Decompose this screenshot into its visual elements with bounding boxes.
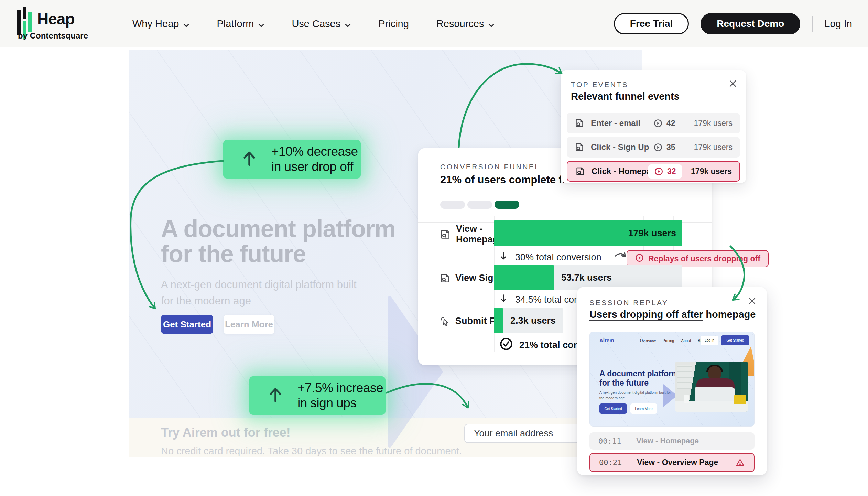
pageview-event-icon	[440, 273, 451, 284]
mini-nav-overview: Overview	[640, 338, 656, 343]
bar-value-label: 2.3k users	[510, 315, 556, 326]
photo-shelf	[677, 365, 692, 389]
mini-subtitle: A next-gen document digital platform bui…	[599, 390, 674, 401]
airem-headline-line1: A document platform	[161, 215, 395, 242]
pageview-event-icon	[574, 142, 585, 152]
mini-learn-more-cta: Learn More	[630, 403, 657, 414]
top-navbar: Heap by Contentsquare Why Heap Platform …	[0, 0, 868, 47]
chevron-down-icon	[183, 18, 189, 30]
event-users: 179k users	[694, 119, 733, 128]
drop-off-callout: +10% decrease in user drop off	[223, 140, 361, 179]
free-trial-button[interactable]: Free Trial	[614, 13, 689, 34]
pageview-event-icon	[440, 228, 451, 240]
mini-hero-buttons: Get Started Learn More	[599, 403, 657, 414]
funnel-bar-submit-form[interactable]	[494, 308, 503, 333]
callout-line1: +10% decrease	[271, 144, 358, 159]
click-event-icon	[440, 316, 451, 327]
session-replay-title: Users dropping off after homepage	[589, 309, 756, 320]
event-row-click-homepage-highlighted[interactable]: Click - Homepage 32 179k users	[567, 161, 740, 182]
replay-count[interactable]: 42	[653, 119, 675, 128]
try-airem-title: Try Airem out for free!	[161, 425, 291, 440]
timeline-row-homepage[interactable]: 00:11 View - Homepage	[589, 432, 755, 450]
replay-count[interactable]: 35	[653, 143, 675, 152]
timeline-event: View - Overview Page	[637, 458, 718, 467]
close-icon[interactable]	[748, 296, 757, 307]
arrow-up-icon	[242, 150, 257, 168]
replay-count-value: 35	[666, 143, 675, 152]
arrow-down-icon	[499, 251, 508, 263]
timeline-event: View - Homepage	[636, 436, 699, 445]
callout-line2: in sign ups	[297, 396, 356, 410]
funnel-conversion-step-1: 30% total conversion	[499, 251, 601, 263]
mini-login-button: Log In	[701, 336, 718, 345]
funnel-bar-view-signup[interactable]	[494, 265, 554, 290]
pageview-event-icon	[575, 166, 585, 176]
timeline-timestamp: 00:11	[598, 437, 621, 445]
request-demo-button[interactable]: Request Demo	[701, 13, 800, 34]
learn-more-button[interactable]: Learn More	[224, 315, 274, 334]
try-airem-subtitle: No credit card required. Take 30 days to…	[161, 445, 462, 457]
replay-viewport[interactable]: Airem Overview Pricing About Blog Log In…	[589, 332, 755, 427]
heap-homepage: Heap by Contentsquare Why Heap Platform …	[0, 0, 868, 496]
warning-icon	[735, 458, 745, 467]
event-row-click-signup[interactable]: Click - Sign Up 35 179k users	[567, 137, 740, 158]
drop-off-callout-text: +10% decrease in user drop off	[271, 144, 358, 175]
chevron-down-icon	[258, 18, 264, 30]
close-icon[interactable]	[728, 79, 737, 89]
replay-count-value: 42	[666, 119, 675, 128]
airem-subtitle: A next-gen document digital platform bui…	[161, 277, 364, 309]
funnel-track-submit-form: 2.3k users	[494, 308, 563, 333]
session-replay-card: SESSION REPLAY Users dropping off after …	[577, 287, 767, 475]
arrow-down-icon	[499, 294, 508, 305]
pageview-event-icon	[574, 118, 585, 128]
top-events-title: Relevant funnel events	[571, 91, 680, 102]
photo-laptop	[695, 387, 735, 403]
airem-mini-nav: Overview Pricing About Blog	[640, 338, 705, 343]
progress-pill	[467, 201, 492, 209]
progress-pill	[440, 201, 465, 209]
brand-name: Heap	[37, 10, 74, 28]
mini-headline: A document platform for the future	[599, 369, 679, 388]
conversion-text: 30% total conversion	[515, 252, 601, 263]
airem-hero-buttons: Get Started Learn More	[161, 315, 274, 334]
header-actions: Free Trial Request Demo Log In	[614, 0, 852, 47]
nav-item-why-heap[interactable]: Why Heap	[132, 18, 189, 30]
check-circle-icon	[499, 337, 513, 353]
replay-count-highlighted[interactable]: 32	[648, 164, 682, 179]
main-nav: Why Heap Platform Use Cases Pricing	[132, 0, 494, 47]
title-underlined-part: Users dropping off after	[589, 309, 703, 320]
callout-line1: +7.5% increase	[297, 381, 383, 395]
progress-pill-active	[495, 201, 519, 209]
chevron-down-icon	[345, 18, 351, 30]
mini-get-started-cta: Get Started	[599, 403, 627, 414]
timeline-row-overview-page-alert[interactable]: 00:21 View - Overview Page	[589, 453, 755, 472]
replay-count-value: 32	[667, 167, 676, 176]
callout-line2: in user drop off	[271, 160, 353, 174]
nav-item-use-cases[interactable]: Use Cases	[292, 18, 351, 30]
event-users: 179k users	[694, 143, 733, 152]
mini-nav-about: About	[681, 338, 691, 343]
top-events-card: TOP EVENTS Relevant funnel events Enter …	[561, 70, 746, 183]
log-in-link[interactable]: Log In	[824, 18, 852, 30]
arrow-up-icon	[268, 387, 283, 405]
nav-item-platform[interactable]: Platform	[217, 18, 264, 30]
mini-nav-pricing: Pricing	[663, 338, 674, 343]
nav-label: Pricing	[378, 18, 409, 30]
bar-value-label: 179k users	[628, 228, 676, 239]
heap-logo[interactable]: Heap by Contentsquare	[16, 6, 126, 42]
photo-cup	[684, 395, 689, 403]
session-replay-label: SESSION REPLAY	[589, 299, 669, 307]
funnel-card-label: CONVERSION FUNNEL	[440, 163, 540, 171]
timeline-timestamp: 00:21	[599, 458, 622, 467]
nav-item-resources[interactable]: Resources	[436, 18, 495, 30]
mini-get-started-button: Get Started	[721, 335, 749, 345]
chevron-down-icon	[488, 18, 494, 30]
funnel-bar-view-homepage[interactable]: 179k users	[494, 220, 682, 246]
brand-byline: by Contentsquare	[18, 31, 88, 41]
event-row-enter-email[interactable]: Enter - email 42 179k users	[567, 113, 740, 133]
photo-folder	[734, 395, 746, 404]
nav-item-pricing[interactable]: Pricing	[378, 18, 409, 30]
top-events-list: Enter - email 42 179k users Click - Sign…	[567, 113, 740, 182]
funnel-progress-pills	[440, 201, 519, 209]
get-started-button[interactable]: Get Started	[161, 315, 213, 334]
